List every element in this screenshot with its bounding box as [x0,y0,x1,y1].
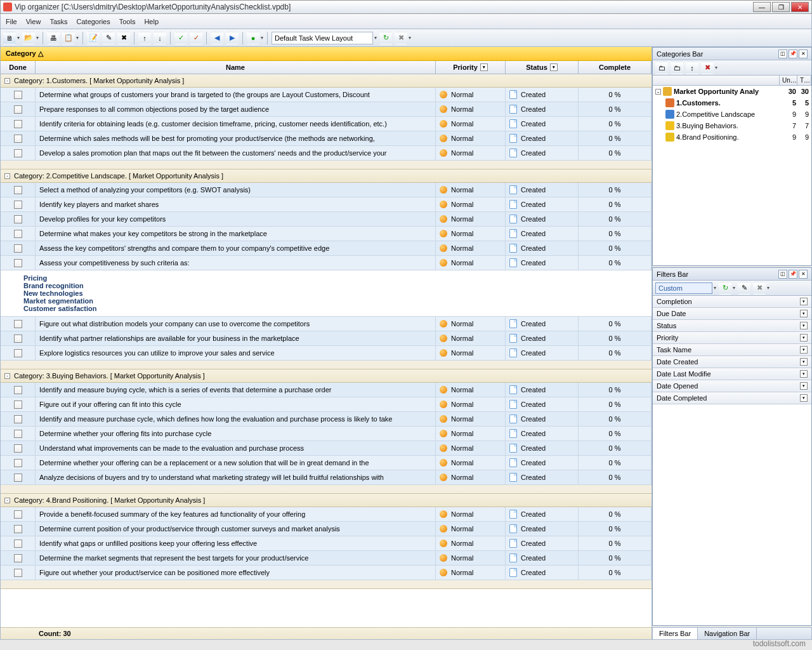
task-row[interactable]: Identify what gaps or unfilled positions… [1,536,652,551]
tree-row[interactable]: 3.Buying Behaviors. 7 7 [653,120,811,131]
done-checkbox[interactable] [14,386,22,394]
task-row[interactable]: Understand what improvements can be made… [1,441,652,456]
dock-icon[interactable]: ◫ [778,50,787,58]
cat-delete-icon[interactable]: ✖ [701,62,714,74]
task-row[interactable]: Prepare responses to all common objectio… [1,102,652,117]
pin-icon[interactable]: 📌 [789,50,797,58]
done-checkbox[interactable] [14,320,22,328]
done-checkbox[interactable] [14,401,22,409]
done-checkbox[interactable] [14,510,22,519]
new-task-button[interactable]: 📝 [87,32,100,44]
done-checkbox[interactable] [14,149,22,157]
done-checkbox[interactable] [14,415,22,423]
category-header[interactable]: -Category: 1.Customers. [ Market Opportu… [1,74,652,88]
clear-button[interactable]: ✖ [395,32,407,44]
task-row[interactable]: Determine current position of your produ… [1,522,652,536]
task-row[interactable]: Determine the market segments that repre… [1,551,652,566]
filter-row[interactable]: Date Completed▾ [653,392,811,404]
side-tab[interactable]: Navigation Bar [698,628,757,639]
delete-task-button[interactable]: ✖ [117,32,130,44]
task-row[interactable]: Figure out what distribution models your… [1,317,652,331]
filter-row[interactable]: Priority▾ [653,332,811,344]
task-row[interactable]: Determine whether your offering fits int… [1,427,652,441]
pin-icon[interactable]: 📌 [789,270,797,279]
dropdown-icon[interactable]: ▾ [800,334,808,342]
open-button[interactable]: 📂 [22,32,35,44]
tree-row[interactable]: 2.Competitive Landscape 9 9 [653,109,811,120]
done-checkbox[interactable] [14,525,22,533]
task-row[interactable]: Explore logistics resources you can util… [1,346,652,361]
task-row[interactable]: Determine what groups of customers your … [1,88,652,102]
panel-close-icon[interactable]: ✕ [799,50,808,58]
uncheck-button[interactable]: ✓ [190,32,202,44]
task-row[interactable]: Identify what partner relationships are … [1,331,652,346]
expand-icon[interactable]: - [4,173,10,179]
export-button[interactable]: 📋 [62,32,75,44]
filter-button[interactable]: ● [247,32,259,44]
menu-tasks[interactable]: Tasks [49,18,67,25]
done-checkbox[interactable] [14,91,22,99]
next-button[interactable]: ▶ [226,32,239,44]
filter-row[interactable]: Date Last Modifie▾ [653,368,811,380]
dropdown-icon[interactable]: ▾ [800,382,808,390]
close-button[interactable]: ✕ [791,2,809,12]
menu-categories[interactable]: Categories [77,18,110,25]
col-name[interactable]: Name [36,61,436,74]
category-header[interactable]: -Category: 3.Buying Behaviors. [ Market … [1,369,652,383]
task-row[interactable]: Identify key players and market shares N… [1,197,652,212]
menu-help[interactable]: Help [144,18,159,25]
done-checkbox[interactable] [14,120,22,128]
move-up-button[interactable]: ↑ [138,32,151,44]
expand-icon[interactable]: - [4,373,10,379]
filter-row[interactable]: Task Name▾ [653,344,811,356]
dock-icon[interactable]: ◫ [778,270,787,279]
done-checkbox[interactable] [14,540,22,548]
col-status[interactable]: Status▾ [506,61,579,74]
dropdown-icon[interactable]: ▾ [800,298,808,305]
refresh-button[interactable]: ↻ [379,32,392,44]
task-row[interactable]: Determine whether your offering can be a… [1,456,652,470]
dropdown-icon[interactable]: ▾ [800,346,808,354]
done-checkbox[interactable] [14,230,22,238]
maximize-button[interactable]: ❐ [772,2,790,12]
task-row[interactable]: Figure out if your offering can fit into… [1,397,652,412]
menu-file[interactable]: File [6,18,17,25]
filter-row[interactable]: Due Date▾ [653,308,811,320]
done-checkbox[interactable] [14,186,22,194]
task-row[interactable]: Provide a benefit-focused summary of the… [1,507,652,522]
task-row[interactable]: Analyze decisions of buyers and try to u… [1,470,652,485]
done-checkbox[interactable] [14,201,22,209]
menu-view[interactable]: View [26,18,41,25]
done-checkbox[interactable] [14,259,22,267]
done-checkbox[interactable] [14,569,22,577]
tree-expand-icon[interactable]: - [655,89,661,95]
cat-new-icon[interactable]: 🗀 [655,62,668,74]
done-checkbox[interactable] [14,335,22,343]
filter-preset-input[interactable] [655,282,712,294]
expand-icon[interactable]: - [4,78,10,84]
done-checkbox[interactable] [14,430,22,438]
print-button[interactable]: 🖶 [47,32,60,44]
task-row[interactable]: Assess your competitiveness by such crit… [1,256,652,270]
filter-edit-icon[interactable]: ✎ [738,282,750,295]
move-down-button[interactable]: ↓ [154,32,166,44]
done-checkbox[interactable] [14,459,22,467]
category-header[interactable]: -Category: 4.Brand Positioning. [ Market… [1,494,652,507]
dropdown-icon[interactable]: ▾ [550,63,558,71]
layout-input[interactable] [272,32,373,44]
col-priority[interactable]: Priority▾ [436,61,506,74]
col-done[interactable]: Done [1,61,36,74]
dropdown-icon[interactable]: ▾ [800,310,808,317]
dropdown-icon[interactable]: ▾ [800,358,808,366]
tree-row[interactable]: 1.Customers. 5 5 [653,97,811,109]
edit-task-button[interactable]: ✎ [102,32,115,44]
prev-button[interactable]: ◀ [211,32,223,44]
filter-delete-icon[interactable]: ✖ [753,282,766,295]
task-row[interactable]: Identify and measure purchase cycle, whi… [1,412,652,427]
group-bar[interactable]: Category △ [1,47,652,61]
task-row[interactable]: Select a method of analyzing your compet… [1,183,652,197]
done-checkbox[interactable] [14,105,22,114]
done-checkbox[interactable] [14,244,22,253]
done-checkbox[interactable] [14,135,22,143]
new-db-button[interactable]: 🗎 [3,32,16,44]
